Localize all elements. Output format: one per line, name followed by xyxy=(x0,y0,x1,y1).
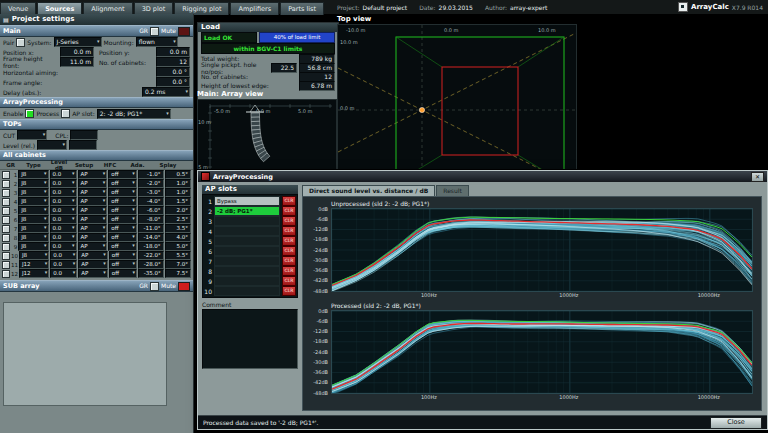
comment-textarea[interactable] xyxy=(202,309,298,369)
main-section-header[interactable]: Main GR Mute xyxy=(0,25,193,37)
cabinet-type-select[interactable]: J8 xyxy=(18,170,48,179)
frame-angle-field[interactable]: 0.0 ° xyxy=(156,77,190,87)
cabinet-type-select[interactable]: J12 xyxy=(19,260,49,269)
cabinet-type-select[interactable]: J8 xyxy=(18,215,48,224)
clr-button[interactable]: CLR xyxy=(282,236,296,246)
cabinet-type-select[interactable]: J8 xyxy=(18,197,48,206)
cabinet-gr-checkbox[interactable] xyxy=(2,225,10,233)
menu-tab-alignment[interactable]: Alignment xyxy=(83,2,132,15)
cabinet-splay-field[interactable]: 5.0° xyxy=(165,242,191,251)
cabinet-gr-checkbox[interactable] xyxy=(2,261,10,269)
cabinet-hfc-select[interactable]: off xyxy=(108,170,136,179)
clr-button[interactable]: CLR xyxy=(282,196,296,206)
menu-tab-parts-list[interactable]: Parts list xyxy=(280,2,324,15)
cpl-field[interactable] xyxy=(70,130,98,140)
aiming-field[interactable]: 0.0 ° xyxy=(156,67,190,77)
mounting-select[interactable]: flown xyxy=(136,37,178,47)
processed-chart-plot[interactable]: 0dB-6dB-12dB-18dB-24dB-30dB-36dB-42dB-48… xyxy=(307,310,757,402)
cabinet-gr-checkbox[interactable] xyxy=(2,252,10,260)
cabinet-gr-checkbox[interactable] xyxy=(2,243,10,251)
cabinet-setup-select[interactable]: AP xyxy=(78,179,108,188)
cabinet-setup-select[interactable]: AP xyxy=(78,233,108,242)
level-rel-field[interactable] xyxy=(69,140,97,150)
cabinet-level-field[interactable]: 0.0 xyxy=(50,224,77,233)
tab-result[interactable]: Result xyxy=(436,185,469,196)
tab-direct-sound-level[interactable]: Direct sound level vs. distance / dB xyxy=(302,185,435,196)
cabinet-hfc-select[interactable]: off xyxy=(108,179,136,188)
unprocessed-chart-plot[interactable]: 0dB-6dB-12dB-18dB-24dB-30dB-36dB-42dB-48… xyxy=(307,208,757,300)
cabinet-splay-field[interactable]: 3.5° xyxy=(165,224,191,233)
cabinet-type-select[interactable]: J8 xyxy=(18,224,48,233)
cabinet-gr-checkbox[interactable] xyxy=(2,180,10,188)
menu-tab-rigging-plot[interactable]: Rigging plot xyxy=(174,2,229,15)
cabinet-type-select[interactable]: J8 xyxy=(18,188,48,197)
cabinet-hfc-select[interactable]: off xyxy=(109,260,137,269)
cabinet-setup-select[interactable]: AP xyxy=(78,170,108,179)
cabinet-splay-field[interactable]: 1.5° xyxy=(165,197,191,206)
cabinet-hfc-select[interactable]: off xyxy=(108,206,136,215)
project-value[interactable]: Default project xyxy=(363,4,408,11)
ap-process-checkbox[interactable] xyxy=(61,109,70,118)
cabinet-type-select[interactable]: J8 xyxy=(19,251,49,260)
cabinet-splay-field[interactable]: 5.5° xyxy=(165,251,191,260)
cabinet-setup-select[interactable]: AP xyxy=(78,215,108,224)
cabinet-level-field[interactable]: 0.0 xyxy=(50,206,77,215)
position-x-field[interactable]: 0.0 m xyxy=(60,47,94,57)
cabinet-gr-checkbox[interactable] xyxy=(2,216,10,224)
cabinet-hfc-select[interactable]: off xyxy=(108,197,136,206)
cabinet-gr-checkbox[interactable] xyxy=(2,234,10,242)
ap-slot-item[interactable]: -2 dB; PG1* xyxy=(214,206,280,216)
cabinet-gr-checkbox[interactable] xyxy=(2,198,10,206)
cabinet-level-field[interactable]: 0.0 xyxy=(50,188,77,197)
cabinet-setup-select[interactable]: AP xyxy=(78,188,108,197)
cabinet-splay-field[interactable]: 0.5° xyxy=(165,170,191,179)
clr-button[interactable]: CLR xyxy=(282,276,296,286)
cabinet-hfc-select[interactable]: off xyxy=(108,233,136,242)
close-button[interactable]: Close xyxy=(710,417,762,429)
clr-button[interactable]: CLR xyxy=(282,286,296,296)
cut-select[interactable] xyxy=(17,130,47,140)
cabinet-level-field[interactable]: 0.0 xyxy=(50,170,77,179)
menu-tab-amplifiers[interactable]: Amplifiers xyxy=(230,2,279,15)
cabinet-setup-select[interactable]: AP xyxy=(78,269,108,278)
cabinet-hfc-select[interactable]: off xyxy=(108,242,136,251)
ap-slot-item[interactable]: Bypass xyxy=(214,196,280,206)
cabinet-splay-field[interactable]: 1.0° xyxy=(165,188,191,197)
cabinet-splay-field[interactable]: 7.0° xyxy=(165,260,191,269)
cabinet-setup-select[interactable]: AP xyxy=(78,224,108,233)
cabinet-setup-select[interactable]: AP xyxy=(78,251,108,260)
cabinet-hfc-select[interactable]: off xyxy=(108,224,136,233)
cabinet-setup-select[interactable]: AP xyxy=(78,242,108,251)
system-select[interactable]: J-Series xyxy=(54,37,102,47)
cabinet-level-field[interactable]: 0.0 xyxy=(50,179,77,188)
cabinet-splay-field[interactable]: 1.0° xyxy=(165,179,191,188)
sub-mute-toggle[interactable] xyxy=(178,282,190,291)
ap-slot-item[interactable] xyxy=(214,236,280,246)
delay-select[interactable]: 0.2 ms xyxy=(142,87,190,97)
arrayprocessing-section-header[interactable]: ArrayProcessing xyxy=(0,97,193,108)
ap-slot-item[interactable] xyxy=(214,286,280,296)
clr-button[interactable]: CLR xyxy=(282,206,296,216)
pair-checkbox[interactable] xyxy=(16,38,25,47)
frame-height-field[interactable]: 11.0 m xyxy=(60,57,94,67)
menu-tab-venue[interactable]: Venue xyxy=(0,2,36,15)
dialog-titlebar[interactable]: ArrayProcessing ✕ xyxy=(198,171,767,182)
level-rel-select[interactable] xyxy=(37,140,67,150)
cabinet-splay-field[interactable]: 2.0° xyxy=(165,206,191,215)
cabinet-hfc-select[interactable]: off xyxy=(108,215,136,224)
mute-toggle[interactable] xyxy=(178,27,190,36)
menu-tab-sources[interactable]: Sources xyxy=(37,2,82,15)
menu-tab-3d-plot[interactable]: 3D plot xyxy=(134,2,174,15)
dialog-close-icon[interactable]: ✕ xyxy=(751,172,764,182)
cabinet-type-select[interactable]: J12 xyxy=(19,269,49,278)
tops-section-header[interactable]: TOPs xyxy=(0,119,193,130)
cabinet-gr-checkbox[interactable] xyxy=(2,207,10,215)
cabinet-hfc-select[interactable]: off xyxy=(109,251,137,260)
ap-slot-item[interactable] xyxy=(214,266,280,276)
cabinet-hfc-select[interactable]: off xyxy=(108,188,136,197)
cabinet-setup-select[interactable]: AP xyxy=(78,197,108,206)
gr-checkbox[interactable] xyxy=(150,27,159,36)
clr-button[interactable]: CLR xyxy=(282,256,296,266)
cabinet-type-select[interactable]: J8 xyxy=(18,179,48,188)
ap-slot-item[interactable] xyxy=(214,226,280,236)
